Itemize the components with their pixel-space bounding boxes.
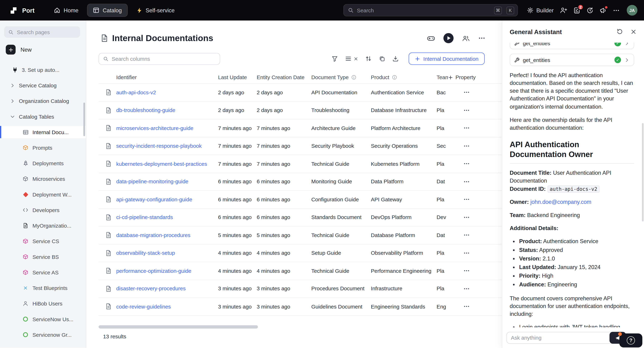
sidebar-search[interactable] bbox=[4, 26, 80, 38]
tool-call-chip[interactable]: get_entities ✓ bbox=[510, 54, 634, 66]
sidebar-item-prompts[interactable]: Prompts bbox=[0, 142, 86, 154]
user-avatar[interactable]: JA bbox=[627, 5, 638, 16]
nav-item-catalog[interactable]: Catalog bbox=[87, 4, 128, 17]
identifier-link[interactable]: disaster-recovery-procedures bbox=[116, 286, 218, 292]
sidebar-item-service-cs[interactable]: Service CS bbox=[0, 235, 86, 247]
identifier-link[interactable]: code-review-guidelines bbox=[116, 303, 218, 309]
identifier-link[interactable]: security-incident-response-playbook bbox=[116, 143, 218, 149]
sort-button[interactable] bbox=[365, 55, 372, 62]
row-menu-button[interactable] bbox=[448, 303, 484, 310]
announcements-button[interactable] bbox=[600, 7, 606, 14]
identifier-link[interactable]: kubernetes-deployment-best-practices bbox=[116, 161, 218, 167]
sidebar-group-catalog-tables[interactable]: Catalog Tables bbox=[0, 110, 86, 123]
identifier-link[interactable]: data-pipeline-monitoring-guide bbox=[116, 178, 218, 184]
identifier-link[interactable]: microservices-architecture-guide bbox=[116, 125, 218, 131]
add-property-button[interactable]: Property bbox=[448, 74, 484, 80]
group-by-button[interactable] bbox=[345, 55, 352, 62]
owner-email-link[interactable]: john.doe@company.com bbox=[530, 199, 592, 205]
help-widget-button[interactable]: ? bbox=[619, 334, 642, 348]
row-menu-button[interactable] bbox=[448, 232, 484, 238]
history-button[interactable] bbox=[586, 7, 594, 14]
identifier-link[interactable]: performance-optimization-guide bbox=[116, 268, 218, 274]
audience-button[interactable] bbox=[462, 35, 470, 42]
sidebar-item-service-bs[interactable]: Service BS bbox=[0, 251, 86, 263]
clear-group-button[interactable] bbox=[354, 56, 358, 61]
sidebar-item-internal-documentations[interactable]: Internal Docu... bbox=[0, 126, 86, 138]
row-menu-button[interactable] bbox=[448, 250, 484, 256]
filter-button[interactable] bbox=[331, 55, 338, 62]
sidebar: New 3. Set up auto... Service Catalog Or… bbox=[0, 20, 86, 348]
invite-users-button[interactable] bbox=[560, 7, 567, 13]
nav-item-self-service[interactable]: Self-service bbox=[131, 4, 180, 16]
assistant-title: General Assistant bbox=[510, 28, 562, 35]
ask-input[interactable] bbox=[506, 332, 622, 344]
row-menu-button[interactable] bbox=[448, 143, 484, 149]
more-menu-button[interactable] bbox=[613, 7, 620, 14]
cell-product: Platform Architecture bbox=[371, 125, 436, 131]
row-menu-button[interactable] bbox=[448, 89, 484, 96]
cell-entity-creation-date: 7 minutes ago bbox=[257, 161, 311, 167]
sidebar-group-service-catalog[interactable]: Service Catalog bbox=[0, 79, 86, 91]
new-label: New bbox=[20, 47, 32, 53]
row-menu-button[interactable] bbox=[448, 196, 484, 203]
column-header-product[interactable]: Product bbox=[371, 74, 436, 80]
nav-item-home[interactable]: Home bbox=[48, 4, 84, 16]
wrench-icon bbox=[514, 43, 520, 46]
row-menu-button[interactable] bbox=[448, 268, 484, 274]
add-entity-button[interactable]: Internal Documentation bbox=[408, 52, 484, 65]
new-page-button[interactable] bbox=[6, 45, 16, 54]
sidebar-item-microservices[interactable]: Microservices bbox=[0, 173, 86, 185]
row-menu-button[interactable] bbox=[448, 178, 484, 185]
brand[interactable]: Port bbox=[9, 6, 34, 15]
demo-play-button[interactable] bbox=[443, 33, 454, 44]
row-menu-button[interactable] bbox=[448, 285, 484, 292]
tool-call-chip-partial[interactable]: get_entities ✓ bbox=[510, 43, 634, 49]
sidebar-search-input[interactable] bbox=[17, 29, 76, 35]
column-search-input[interactable] bbox=[112, 56, 216, 62]
identifier-link[interactable]: database-migration-procedures bbox=[116, 232, 218, 238]
builder-button[interactable]: Builder bbox=[527, 7, 554, 13]
row-menu-button[interactable] bbox=[448, 161, 484, 167]
ellipsis-icon bbox=[463, 250, 470, 256]
sidebar-item-deployment-workflows[interactable]: Deployment W... bbox=[0, 188, 86, 201]
sidebar-item-test-blueprints[interactable]: ✕ Test Blueprints bbox=[0, 282, 86, 294]
identifier-link[interactable]: observability-stack-setup bbox=[116, 250, 218, 256]
reset-conversation-button[interactable] bbox=[616, 28, 623, 35]
export-button[interactable] bbox=[392, 55, 399, 62]
cell-entity-creation-date: 5 minutes ago bbox=[257, 232, 311, 238]
global-search-input[interactable] bbox=[357, 7, 490, 13]
sidebar-item-developers[interactable]: Developers bbox=[0, 204, 86, 216]
tasks-button[interactable]: 2 bbox=[573, 7, 580, 14]
sidebar-item-service-as[interactable]: Service AS bbox=[0, 266, 86, 279]
column-header-last-update[interactable]: Last Update bbox=[218, 74, 257, 80]
column-header-team[interactable]: Team bbox=[437, 74, 448, 80]
panel-scrollbar-thumb[interactable] bbox=[642, 123, 644, 221]
global-search[interactable]: ⌘ K bbox=[343, 4, 518, 16]
close-panel-button[interactable] bbox=[630, 28, 636, 35]
row-menu-button[interactable] bbox=[448, 125, 484, 132]
sidebar-item-servicenow-groups[interactable]: Servicenow Gr... bbox=[0, 329, 86, 341]
column-header-identifier[interactable]: Identifier bbox=[116, 74, 218, 80]
column-header-creation-date[interactable]: Entity Creation Date bbox=[257, 74, 311, 80]
sidebar-item-myorganization[interactable]: MyOrganizatio... bbox=[0, 219, 86, 232]
game-controller-button[interactable] bbox=[427, 35, 435, 41]
sidebar-item-setup-step[interactable]: 3. Set up auto... bbox=[0, 64, 86, 76]
identifier-link[interactable]: auth-api-docs-v2 bbox=[116, 89, 218, 95]
horizontal-scrollbar-thumb[interactable] bbox=[98, 325, 258, 329]
sidebar-group-organization-catalog[interactable]: Organization Catalog bbox=[0, 95, 86, 107]
wrench-icon bbox=[514, 57, 520, 62]
identifier-link[interactable]: ci-cd-pipeline-standards bbox=[116, 214, 218, 220]
copy-button[interactable] bbox=[378, 55, 385, 62]
sidebar-scrollbar-thumb[interactable] bbox=[83, 103, 85, 136]
identifier-link[interactable]: api-gateway-configuration-guide bbox=[116, 196, 218, 202]
identifier-link[interactable]: db-troubleshooting-guide bbox=[116, 107, 218, 113]
column-search[interactable] bbox=[98, 53, 220, 65]
assistant-paragraph: Here are the ownership details for the A… bbox=[510, 116, 634, 132]
sidebar-item-deployments[interactable]: Deployments bbox=[0, 157, 86, 169]
column-header-document-type[interactable]: Document Type bbox=[311, 74, 371, 80]
page-more-button[interactable] bbox=[478, 34, 485, 42]
sidebar-item-servicenow-users[interactable]: ServiceNow Us... bbox=[0, 313, 86, 325]
row-menu-button[interactable] bbox=[448, 107, 484, 114]
sidebar-item-hibob-users[interactable]: HiBob Users bbox=[0, 297, 86, 310]
row-menu-button[interactable] bbox=[448, 214, 484, 221]
